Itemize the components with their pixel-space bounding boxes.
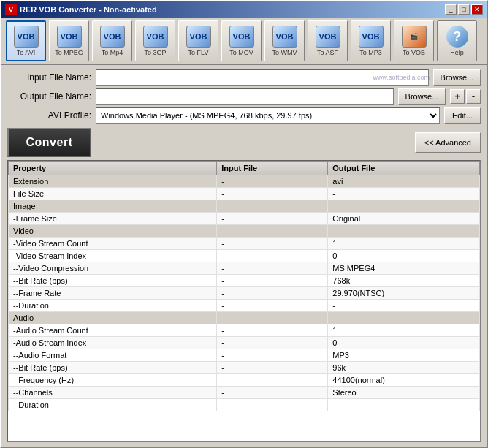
property-cell: -Audio Stream Index [9, 337, 217, 349]
profile-label: AVI Profile: [7, 110, 91, 121]
table-row: -Video Stream Count - 1 [9, 238, 480, 250]
table-row: --Frequency (Hz) - 44100(normal) [9, 374, 480, 387]
output-cell: - [328, 399, 480, 411]
toolbar-to-3gp[interactable]: VOB To 3GP [135, 20, 175, 61]
vob-tovob-icon: 🎬 [402, 26, 427, 48]
vob-avi-icon: VOB [14, 26, 39, 48]
table-row: --Audio Format - MP3 [9, 349, 480, 362]
table-row: Audio [9, 312, 480, 324]
output-cell: 1 [328, 238, 480, 250]
profile-select[interactable]: Windows Media Player - (MS MPEG4, 768 kb… [96, 107, 440, 124]
toolbar-to-mpeg[interactable]: VOB To MPEG [49, 20, 89, 61]
toolbar-to-mpeg-label: To MPEG [55, 49, 83, 56]
properties-table: Property Input File Output File Extensio… [8, 161, 480, 411]
property-cell: Audio [9, 312, 217, 324]
toolbar-to-avi[interactable]: VOB To AVI [6, 20, 46, 61]
input-file-field[interactable] [96, 69, 429, 86]
input-cell: - [217, 399, 328, 411]
help-icon: ? [446, 26, 468, 48]
col-property: Property [9, 162, 217, 175]
table-row: -Video Stream Index - 0 [9, 250, 480, 262]
output-cell: 44100(normal) [328, 374, 480, 387]
table-body: Extension - avi File Size - - Image -Fra… [9, 175, 480, 411]
table-row: -Audio Stream Count - 1 [9, 324, 480, 337]
table-row: --Video Compression - MS MPEG4 [9, 262, 480, 275]
action-row: Convert << Advanced [7, 128, 481, 157]
convert-button[interactable]: Convert [7, 128, 91, 157]
property-cell: --Frame Rate [9, 287, 217, 300]
toolbar-to-mov-label: To MOV [229, 49, 253, 56]
toolbar-to-wmv[interactable]: VOB To WMV [264, 20, 305, 61]
vob-mov-icon: VOB [229, 26, 254, 48]
vob-3gp-icon: VOB [143, 26, 168, 48]
input-cell [217, 225, 328, 238]
output-cell: - [328, 188, 480, 200]
edit-profile-button[interactable]: Edit... [444, 107, 481, 124]
toolbar-to-flv[interactable]: VOB To FLV [178, 20, 218, 61]
table-row: --Duration - - [9, 399, 480, 411]
help-button[interactable]: ? Help [437, 20, 477, 61]
remove-output-button[interactable]: - [466, 89, 481, 104]
input-cell: - [217, 238, 328, 250]
input-file-row: Input File Name: www.softpedia.com Brows… [7, 69, 481, 86]
table-row: -Frame Size - Original [9, 213, 480, 225]
input-cell: - [217, 362, 328, 374]
property-cell: Video [9, 225, 217, 238]
property-cell: --Audio Format [9, 349, 217, 362]
output-cell [328, 225, 480, 238]
input-cell: - [217, 275, 328, 287]
output-cell: 29.970(NTSC) [328, 287, 480, 300]
output-cell: MS MPEG4 [328, 262, 480, 275]
table-row: --Duration - - [9, 300, 480, 312]
toolbar-to-mp4[interactable]: VOB To Mp4 [92, 20, 132, 61]
toolbar-to-vob-label: To VOB [403, 49, 425, 56]
input-cell: - [217, 175, 328, 188]
table-row: -Audio Stream Index - 0 [9, 337, 480, 349]
toolbar-to-mp4-label: To Mp4 [102, 49, 123, 56]
property-cell: --Bit Rate (bps) [9, 362, 217, 374]
toolbar-to-wmv-label: To WMV [272, 49, 297, 56]
maximize-button[interactable]: □ [458, 4, 470, 15]
advanced-button[interactable]: << Advanced [415, 132, 481, 153]
property-cell: -Frame Size [9, 213, 217, 225]
profile-row: AVI Profile: Windows Media Player - (MS … [7, 107, 481, 124]
input-cell: - [217, 349, 328, 362]
toolbar-to-vob[interactable]: 🎬 To VOB [394, 20, 434, 61]
input-cell: - [217, 262, 328, 275]
main-window: V RER VOB Converter - Non-activated _ □ … [0, 0, 488, 448]
property-cell: --Bit Rate (bps) [9, 275, 217, 287]
output-file-field[interactable] [96, 88, 394, 105]
table-header-row: Property Input File Output File [9, 162, 480, 175]
toolbar-to-mov[interactable]: VOB To MOV [221, 20, 262, 61]
table-row: --Channels - Stereo [9, 387, 480, 399]
output-cell: 0 [328, 337, 480, 349]
output-file-buttons: + - [450, 89, 481, 104]
toolbar: VOB To AVI VOB To MPEG VOB To Mp4 VOB To… [1, 18, 487, 65]
output-browse-button[interactable]: Browse... [398, 88, 446, 105]
toolbar-to-mp3[interactable]: VOB To MP3 [351, 20, 391, 61]
minimize-button[interactable]: _ [445, 4, 457, 15]
input-browse-button[interactable]: Browse... [433, 69, 481, 86]
input-cell: - [217, 324, 328, 337]
vob-wmv-icon: VOB [272, 26, 297, 48]
input-cell: - [217, 337, 328, 349]
input-cell: - [217, 250, 328, 262]
table-row: Extension - avi [9, 175, 480, 188]
close-button[interactable]: ✕ [471, 4, 483, 15]
output-cell [328, 200, 480, 213]
title-bar-left: V RER VOB Converter - Non-activated [5, 4, 157, 15]
toolbar-to-asf[interactable]: VOB To ASF [308, 20, 348, 61]
col-output-file: Output File [328, 162, 480, 175]
add-output-button[interactable]: + [450, 89, 465, 104]
vob-mp3-icon: VOB [359, 26, 384, 48]
property-cell: --Frequency (Hz) [9, 374, 217, 387]
output-cell: - [328, 300, 480, 312]
property-cell: -Video Stream Index [9, 250, 217, 262]
app-icon: V [5, 4, 17, 15]
main-content: Input File Name: www.softpedia.com Brows… [1, 65, 487, 447]
input-cell: - [217, 374, 328, 387]
table-row: --Frame Rate - 29.970(NTSC) [9, 287, 480, 300]
property-cell: Extension [9, 175, 217, 188]
output-cell: MP3 [328, 349, 480, 362]
output-cell: 96k [328, 362, 480, 374]
